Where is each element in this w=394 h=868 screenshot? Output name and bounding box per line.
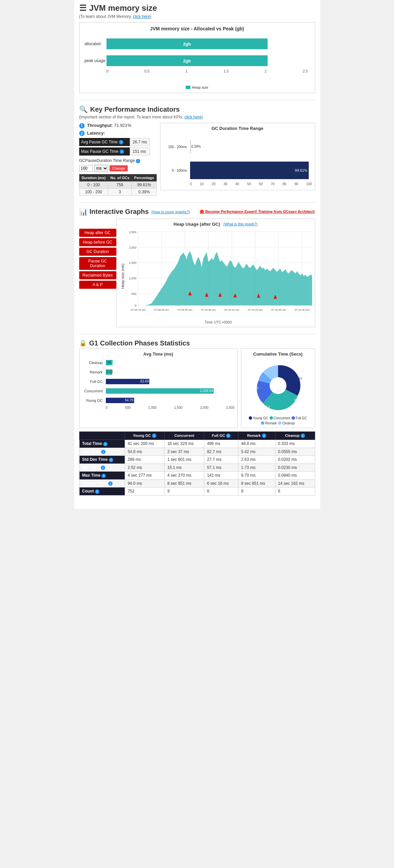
jvm-title: ☰ JVM memory size bbox=[79, 3, 315, 13]
jvm-legend: Heap size bbox=[83, 85, 311, 89]
remark-col-info[interactable]: i bbox=[262, 433, 266, 438]
heap-chart-title: Heap Usage (after GC) bbox=[174, 222, 220, 227]
svg-text:07:10:10 am: 07:10:10 am bbox=[224, 308, 239, 311]
jvm-bar-1: 2gb bbox=[107, 38, 268, 49]
gc-pause-info-icon[interactable]: i bbox=[136, 159, 140, 163]
g1-bar-concurrent: Concurrent 2,036.54 bbox=[106, 387, 235, 395]
svg-text:07:09:40 am: 07:09:40 am bbox=[154, 308, 169, 311]
kpi-section: 🔍 Key Performance Indicators (Important … bbox=[79, 105, 315, 196]
reclaimed-bytes-button[interactable]: Reclaimed Bytes bbox=[79, 271, 116, 279]
svg-text:07:10:20 am: 07:10:20 am bbox=[248, 308, 263, 311]
g1-bar-label-fullgc: Full GC bbox=[82, 380, 104, 384]
g1-bar-fullgc: Full GC 82.69 bbox=[106, 377, 235, 386]
pie-legend: Young GC Concurrent Full GC Remark bbox=[244, 416, 312, 425]
svg-text:500: 500 bbox=[131, 292, 136, 295]
throughput-badge: 1 bbox=[79, 123, 85, 129]
g1-bar-cleanup: Cleanup .06 bbox=[106, 359, 235, 367]
heap-x-label: Time UTC+0000 bbox=[125, 320, 312, 324]
pause-gc-duration-button[interactable]: Pause GC Duration bbox=[79, 257, 116, 270]
intervaltime-info[interactable]: i bbox=[108, 481, 113, 486]
gc-bar-2: 99.61% bbox=[190, 162, 309, 179]
change-button[interactable]: Change bbox=[110, 165, 128, 171]
svg-text:18.33: 18.33 bbox=[294, 377, 302, 380]
zoom-link[interactable]: (How to zoom graphs?) bbox=[151, 210, 190, 214]
jvm-bar-label-1: allocated bbox=[85, 41, 101, 46]
svg-text:1,000: 1,000 bbox=[129, 276, 136, 280]
search-icon: 🔍 bbox=[79, 105, 88, 113]
kpi-row2-duration: 100 - 200 bbox=[79, 188, 108, 195]
kpi-subtitle: (Important section of the report. To lea… bbox=[79, 115, 315, 119]
g1-pie-chart: Cumulative Time (Secs) 18.3 bbox=[241, 348, 315, 428]
jvm-x-axis: 0 0.5 1 1.5 2 2.5 bbox=[107, 69, 308, 73]
g1-bar-fill-younggc: 54.79 bbox=[106, 398, 134, 403]
duration-input[interactable] bbox=[79, 165, 93, 172]
count-info[interactable]: i bbox=[95, 489, 99, 494]
stats-label-avgtime: Avg Time i bbox=[79, 448, 125, 456]
jvm-link[interactable]: click here bbox=[133, 14, 150, 19]
svg-text:07:10:30 am: 07:10:30 am bbox=[271, 308, 286, 311]
max-pause-row: Max Pause GC Time i 151 ms bbox=[79, 147, 157, 156]
kpi-row1-duration: 0 - 100 bbox=[79, 181, 108, 188]
g1-x-axis: 0 500 1,000 1,500 2,000 2,500 bbox=[106, 406, 235, 410]
gc-duration-button[interactable]: GC Duration bbox=[79, 248, 116, 256]
kpi-row1-pct: 99.61% bbox=[132, 181, 156, 188]
jvm-bar-area: allocated 2gb peak usage 2gb 0 0.5 1 bbox=[83, 34, 311, 83]
latency-item: 2 Latency: bbox=[79, 131, 157, 136]
max-pause-info-icon[interactable]: i bbox=[120, 149, 124, 154]
g1-pie-chart-title: Cumulative Time (Secs) bbox=[244, 352, 312, 357]
duration-select[interactable]: ms bbox=[94, 165, 108, 172]
kpi-link[interactable]: click here bbox=[184, 115, 202, 119]
promo-link[interactable]: 🔴 Become Performance Expert! Training fr… bbox=[200, 209, 315, 214]
avgtime-info[interactable]: i bbox=[101, 450, 105, 454]
gc-bar-1: 0.39% bbox=[190, 140, 191, 154]
gc-pause-section: GCPauseDuration Time Range i ms Change bbox=[79, 158, 157, 196]
stats-col-header-0 bbox=[79, 431, 125, 440]
younggc-col-info[interactable]: i bbox=[152, 433, 156, 438]
mintime-info[interactable]: i bbox=[101, 466, 105, 470]
kpi-row1-count: 758 bbox=[108, 181, 132, 188]
ap-button[interactable]: A & P bbox=[79, 281, 116, 289]
avg-pause-row: Avg Pause GC Time i 26.7 ms bbox=[79, 138, 157, 146]
heap-before-gc-button[interactable]: Heap before GC bbox=[79, 238, 116, 246]
legend-cleanup: Cleanup bbox=[278, 421, 295, 425]
legend-dot-cleanup bbox=[278, 421, 281, 425]
jvm-subtitle: (To learn about JVM Memory, click here) bbox=[79, 14, 315, 19]
stats-col-header-younggc: Young GC i bbox=[125, 431, 164, 440]
graph-layout: Heap after GC Heap before GC GC Duration… bbox=[79, 219, 315, 327]
fullgc-col-info[interactable]: i bbox=[226, 433, 231, 438]
stats-row-count: Count i 752 9 6 9 6 bbox=[79, 487, 315, 496]
totaltime-info[interactable]: i bbox=[103, 442, 108, 446]
svg-marker-20 bbox=[138, 251, 312, 305]
stddev-info[interactable]: i bbox=[109, 458, 113, 462]
stats-label-stddev: Std Dev Time i bbox=[79, 456, 125, 464]
menu-icon: ☰ bbox=[79, 3, 87, 13]
heap-what-link[interactable]: (What is this graph?) bbox=[223, 222, 257, 226]
stats-label-mintime: Min Time i bbox=[79, 464, 125, 472]
latency-badge: 2 bbox=[79, 131, 85, 136]
stats-row-mintime: Min Time i 2.52 ms 15.1 ms 57.1 ms 1.73 … bbox=[79, 464, 315, 472]
stats-row-intervaltime: Interval Time i 94.0 ms 8 sec 851 ms 6 s… bbox=[79, 479, 315, 487]
kpi-two-col: 1 Throughput: 71.921% 2 Latency: Avg Pau… bbox=[79, 123, 315, 196]
legend-younggc: Young GC bbox=[249, 416, 268, 420]
heap-after-gc-button[interactable]: Heap after GC bbox=[79, 229, 116, 237]
maxtime-info[interactable]: i bbox=[101, 474, 106, 478]
svg-text:07:09:50 am: 07:09:50 am bbox=[177, 308, 192, 311]
g1-pie-svg: 18.33 5 .05 41.2 bbox=[244, 359, 312, 413]
svg-text:2,000: 2,000 bbox=[129, 246, 136, 249]
svg-text:2,500: 2,500 bbox=[129, 230, 136, 233]
max-pause-value: 151 ms bbox=[130, 147, 150, 156]
interactive-section: 📊 Interactive Graphs (How to zoom graphs… bbox=[79, 208, 315, 327]
stats-col-header-concurrent: Concurrent bbox=[164, 431, 204, 440]
table-row: 0 - 100 758 99.61% bbox=[79, 181, 156, 188]
avg-pause-info-icon[interactable]: i bbox=[119, 140, 123, 144]
cleanup-col-info[interactable]: i bbox=[301, 433, 305, 438]
svg-text:07:10:40 am: 07:10:40 am bbox=[295, 308, 310, 311]
gc-duration-chart: GC Duration Time Range 100 - 200ms 0.39%… bbox=[160, 123, 315, 190]
jvm-section: ☰ JVM memory size (To learn about JVM Me… bbox=[79, 3, 315, 93]
avg-pause-value: 26.7 ms bbox=[130, 138, 150, 146]
gc-bars: 100 - 200ms 0.39% 0 - 100ms 99.61% bbox=[163, 133, 312, 180]
g1-bar-fill-fullgc: 82.69 bbox=[106, 379, 150, 384]
jvm-bar-row-1: allocated 2gb bbox=[107, 37, 308, 50]
svg-text:1,500: 1,500 bbox=[129, 261, 136, 264]
interactive-header: 📊 Interactive Graphs (How to zoom graphs… bbox=[79, 208, 315, 216]
